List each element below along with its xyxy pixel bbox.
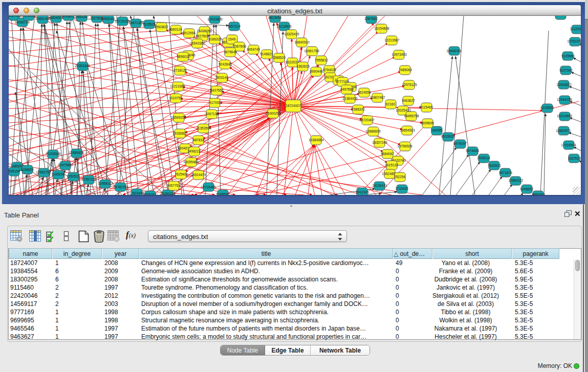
svg-text:12942757: 12942757 (36, 170, 51, 174)
svg-text:1615132: 1615132 (385, 163, 398, 167)
svg-text:62160: 62160 (386, 102, 396, 106)
svg-text:8322037: 8322037 (286, 60, 299, 64)
svg-text:9146821: 9146821 (260, 52, 273, 56)
svg-text:16782759: 16782759 (113, 185, 128, 189)
svg-text:2367608: 2367608 (233, 45, 246, 48)
svg-text:9245652: 9245652 (520, 187, 533, 191)
svg-text:3498222: 3498222 (187, 149, 201, 153)
svg-text:8215955: 8215955 (540, 106, 554, 110)
svg-text:8471676: 8471676 (499, 171, 512, 174)
svg-text:9699695: 9699695 (421, 121, 434, 125)
svg-text:252254: 252254 (394, 175, 405, 179)
svg-text:8912954: 8912954 (182, 31, 195, 35)
svg-text:10719155: 10719155 (115, 19, 130, 23)
svg-text:9227342: 9227342 (559, 69, 573, 72)
svg-text:9892453: 9892453 (532, 193, 545, 195)
svg-text:1156829: 1156829 (20, 168, 34, 171)
svg-text:11353594: 11353594 (197, 126, 211, 130)
svg-text:12444159: 12444159 (557, 98, 572, 101)
svg-text:19218506: 19218506 (276, 25, 292, 28)
svg-text:18307249: 18307249 (372, 141, 387, 144)
svg-text:1546: 1546 (228, 37, 236, 41)
svg-text:20053346: 20053346 (75, 64, 90, 68)
svg-text:12975125: 12975125 (402, 83, 417, 86)
svg-text:9242845: 9242845 (219, 62, 232, 66)
svg-text:17957223: 17957223 (81, 178, 97, 181)
svg-text:12213369: 12213369 (170, 84, 185, 88)
svg-text:6794028: 6794028 (323, 68, 336, 72)
svg-text:8990448: 8990448 (310, 70, 323, 73)
svg-text:6479197: 6479197 (453, 142, 467, 145)
svg-text:1010755: 1010755 (169, 96, 182, 100)
svg-text:12923448: 12923448 (129, 191, 144, 195)
svg-text:8454749: 8454749 (247, 48, 260, 51)
svg-text:15300295: 15300295 (266, 112, 281, 115)
svg-text:6466160: 6466160 (101, 17, 115, 20)
svg-text:3875645: 3875645 (224, 50, 237, 54)
svg-text:7955812: 7955812 (315, 58, 328, 62)
svg-text:917006: 917006 (209, 101, 221, 104)
svg-text:15716485: 15716485 (201, 185, 216, 189)
svg-text:8813054: 8813054 (268, 16, 281, 19)
svg-text:16914479: 16914479 (191, 173, 206, 177)
svg-text:9053811: 9053811 (61, 16, 75, 18)
svg-text:1167533: 1167533 (568, 157, 581, 160)
svg-text:15751074: 15751074 (567, 39, 581, 43)
svg-text:14136141: 14136141 (372, 184, 387, 187)
svg-text:19384554: 19384554 (309, 138, 324, 142)
svg-text:1362615: 1362615 (296, 64, 310, 68)
svg-text:19654923: 19654923 (400, 128, 415, 132)
svg-text:15692971: 15692971 (556, 129, 571, 133)
svg-text:7191406: 7191406 (22, 16, 35, 17)
svg-text:7663822: 7663822 (155, 25, 168, 29)
svg-text:7515526: 7515526 (142, 23, 156, 26)
svg-text:16543362: 16543362 (190, 41, 205, 45)
svg-text:16549255: 16549255 (171, 116, 186, 119)
svg-text:9463627: 9463627 (402, 99, 415, 102)
svg-text:20387682: 20387682 (9, 16, 22, 17)
svg-text:7485063: 7485063 (399, 68, 412, 72)
svg-text:7386322: 7386322 (352, 107, 365, 111)
svg-text:9827509: 9827509 (195, 34, 209, 38)
svg-text:26260320: 26260320 (160, 192, 176, 195)
svg-text:8912345: 8912345 (356, 190, 369, 194)
svg-text:19756928: 19756928 (397, 144, 412, 148)
svg-text:7857224: 7857224 (227, 25, 241, 28)
svg-text:12213967: 12213967 (384, 38, 400, 42)
svg-text:11124953: 11124953 (553, 16, 568, 16)
svg-text:17859926: 17859926 (69, 151, 84, 155)
svg-text:887833: 887833 (193, 138, 204, 142)
svg-text:10807487: 10807487 (370, 96, 385, 99)
svg-text:16099489: 16099489 (183, 160, 199, 164)
svg-text:3624554: 3624554 (358, 91, 371, 94)
svg-text:14055714: 14055714 (14, 20, 30, 24)
svg-text:16154808: 16154808 (374, 27, 389, 30)
svg-text:7625402: 7625402 (175, 172, 188, 176)
svg-text:3267130: 3267130 (205, 112, 219, 116)
svg-text:18495758: 18495758 (404, 114, 419, 118)
svg-text:9684067: 9684067 (381, 152, 394, 156)
svg-text:9474444: 9474444 (466, 149, 479, 152)
svg-text:16648784: 16648784 (446, 49, 462, 53)
svg-text:8427552: 8427552 (210, 89, 224, 92)
svg-text:7632621: 7632621 (488, 164, 501, 167)
svg-text:164095: 164095 (431, 128, 442, 132)
svg-text:10973493: 10973493 (391, 53, 407, 56)
svg-text:10688609: 10688609 (365, 129, 381, 133)
svg-text:2087682: 2087682 (364, 17, 378, 20)
svg-text:1250515: 1250515 (67, 174, 80, 178)
svg-text:13325419: 13325419 (284, 32, 299, 36)
svg-text:9245092: 9245092 (216, 192, 229, 195)
svg-text:9457751: 9457751 (167, 184, 180, 187)
svg-text:16671355: 16671355 (128, 21, 144, 25)
svg-text:15720407: 15720407 (359, 118, 375, 122)
svg-text:11120347: 11120347 (570, 27, 581, 31)
svg-text:10654112: 10654112 (509, 179, 524, 182)
svg-text:19051571: 19051571 (143, 193, 158, 195)
svg-text:16640910: 16640910 (294, 40, 310, 44)
svg-text:16961758: 16961758 (304, 49, 319, 53)
svg-text:10033809: 10033809 (207, 17, 223, 21)
svg-text:6497568: 6497568 (340, 87, 354, 91)
svg-text:10958117: 10958117 (98, 182, 113, 185)
svg-text:21364436: 21364436 (342, 97, 358, 100)
